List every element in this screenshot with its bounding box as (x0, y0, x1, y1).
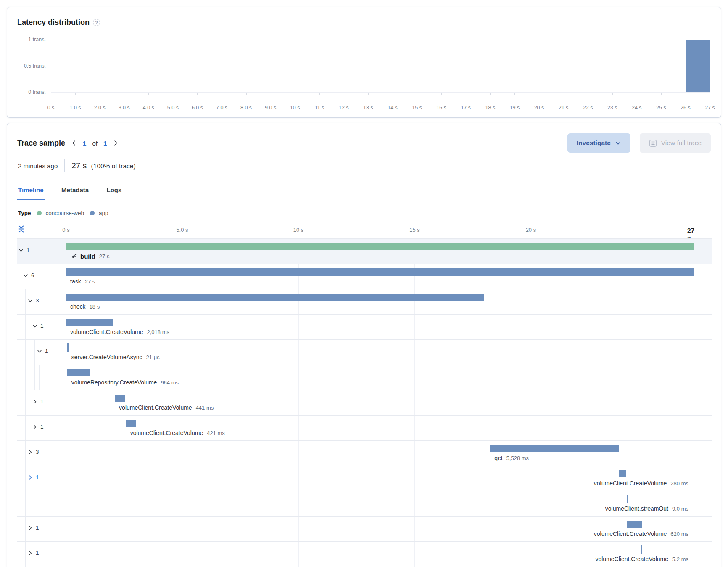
span-bar[interactable] (67, 343, 69, 352)
span-label: volumeClient.CreateVolume620 ms (594, 530, 688, 537)
accordion-toggle-icon[interactable]: 1 (32, 398, 44, 405)
x-axis-label: 25 s (656, 105, 666, 111)
accordion-toggle-icon[interactable]: 1 (32, 323, 44, 329)
span-bar[interactable] (126, 420, 136, 427)
x-tick (124, 93, 124, 95)
span-row[interactable]: 3get5,528 ms (17, 440, 712, 466)
span-row[interactable]: volumeRepository.CreateVolume964 ms (17, 365, 712, 390)
accordion-toggle-icon[interactable]: 1 (28, 550, 39, 556)
y-axis-line (51, 40, 51, 92)
span-row[interactable]: 1volumeClient.CreateVolume441 ms (17, 390, 712, 415)
pagination-total-link[interactable]: 1 (103, 140, 107, 147)
span-row[interactable]: 1volumeClient.CreateVolume2,018 ms (17, 314, 712, 339)
histogram-bar[interactable] (686, 40, 710, 92)
investigate-button[interactable]: Investigate (567, 133, 630, 153)
tab-logs[interactable]: Logs (106, 185, 123, 199)
span-bar[interactable] (627, 495, 628, 503)
child-count: 1 (40, 424, 44, 430)
indent-guide (30, 315, 30, 339)
span-bar[interactable] (67, 369, 90, 376)
span-row[interactable]: 1build27 s (17, 238, 712, 264)
x-axis-label: 7.0 s (216, 105, 227, 111)
x-axis-label: 27 s (705, 105, 715, 111)
accordion-toggle-icon[interactable]: 1 (32, 424, 44, 430)
span-label: volumeClient.CreateVolume441 ms (119, 404, 214, 411)
x-tick (148, 93, 149, 95)
span-bar[interactable] (627, 521, 641, 528)
indent-guide (21, 365, 21, 390)
indent-guide (25, 441, 26, 466)
x-tick (246, 93, 247, 95)
span-name: volumeClient.CreateVolume (70, 329, 143, 335)
accordion-toggle-icon[interactable]: 1 (37, 348, 48, 354)
view-full-trace-label: View full trace (661, 139, 702, 147)
x-tick (368, 93, 369, 95)
view-full-trace-button[interactable]: View full trace (640, 133, 711, 153)
indent-guide (25, 542, 26, 567)
indent-guide (21, 441, 21, 466)
y-axis-label: 1 trans. (28, 37, 46, 42)
x-axis-label: 22 s (583, 105, 593, 111)
legend-name-app: app (99, 210, 108, 216)
span-row[interactable]: 3check18 s (17, 289, 712, 314)
span-row[interactable]: 1volumeClient.CreateVolume620 ms (17, 516, 712, 541)
span-bar[interactable] (619, 470, 625, 477)
collapse-all-icon[interactable] (17, 225, 25, 234)
span-bar[interactable] (115, 395, 125, 402)
span-row[interactable]: 6task27 s (17, 264, 712, 289)
span-label: volumeClient.CreateVolume2,018 ms (70, 329, 169, 335)
chevron-left-icon[interactable] (71, 140, 77, 146)
y-gridline (51, 40, 710, 40)
pagination-current-link[interactable]: 1 (83, 140, 86, 147)
indent-guide (25, 289, 26, 314)
accordion-toggle-icon[interactable]: 3 (28, 449, 39, 455)
x-axis-label: 3.0 s (119, 105, 130, 111)
x-tick (417, 93, 417, 95)
waterfall-rows: 1build27 s6task27 s3check18 s1volumeClie… (17, 238, 712, 567)
accordion-toggle-icon[interactable]: 1 (18, 247, 30, 253)
chevron-right-icon[interactable] (113, 140, 119, 146)
indent-guide (21, 542, 21, 567)
span-bar[interactable] (66, 319, 113, 326)
x-tick (637, 93, 637, 95)
indent-guide (30, 416, 30, 440)
x-axis-label: 19 s (510, 105, 520, 111)
span-row[interactable]: volumeClient.streamOut9.0 ms (17, 491, 712, 516)
span-bar[interactable] (490, 445, 619, 452)
span-bar[interactable] (66, 243, 694, 250)
y-axis-label: 0.5 trans. (24, 63, 46, 69)
x-axis-label: 21 s (559, 105, 569, 111)
x-axis-label: 14 s (388, 105, 398, 111)
child-count: 1 (26, 247, 30, 253)
x-axis-label: 10 s (290, 105, 300, 111)
span-bar[interactable] (66, 268, 694, 276)
span-label: volumeClient.streamOut9.0 ms (605, 505, 688, 512)
indent-guide (21, 491, 21, 516)
legend-name-concourse-web: concourse-web (46, 210, 84, 216)
x-tick (539, 93, 539, 95)
accordion-toggle-icon[interactable]: 1 (28, 525, 39, 531)
trace-waterfall: 0 s5.0 s10 s15 s20 s27 s 1build27 s6task… (17, 224, 712, 567)
span-row[interactable]: 1volumeClient.CreateVolume5.2 ms (17, 541, 712, 567)
x-tick (686, 93, 686, 95)
span-label: server.CreateVolumeAsync21 µs (71, 354, 160, 360)
tab-timeline[interactable]: Timeline (17, 185, 45, 200)
span-bar[interactable] (66, 294, 484, 301)
accordion-toggle-icon[interactable]: 6 (23, 272, 34, 278)
span-bar[interactable] (641, 545, 642, 554)
span-row[interactable]: 1server.CreateVolumeAsync21 µs (17, 339, 712, 365)
span-label: volumeClient.CreateVolume421 ms (130, 429, 225, 436)
x-tick (466, 93, 466, 95)
x-axis-label: 24 s (632, 105, 642, 111)
waterfall-axis-label: 5.0 s (176, 227, 188, 233)
waterfall-axis-label: 15 s (409, 227, 420, 233)
accordion-toggle-icon[interactable]: 3 (28, 297, 39, 304)
tab-metadata[interactable]: Metadata (61, 185, 90, 199)
span-row[interactable]: 1volumeClient.CreateVolume280 ms (17, 466, 712, 491)
span-name: volumeClient.streamOut (605, 505, 668, 512)
indent-guide (30, 390, 30, 415)
span-row[interactable]: 1volumeClient.CreateVolume421 ms (17, 415, 712, 440)
x-tick (514, 93, 515, 95)
accordion-toggle-icon[interactable]: 1 (28, 474, 39, 480)
indent-guide (25, 517, 26, 541)
